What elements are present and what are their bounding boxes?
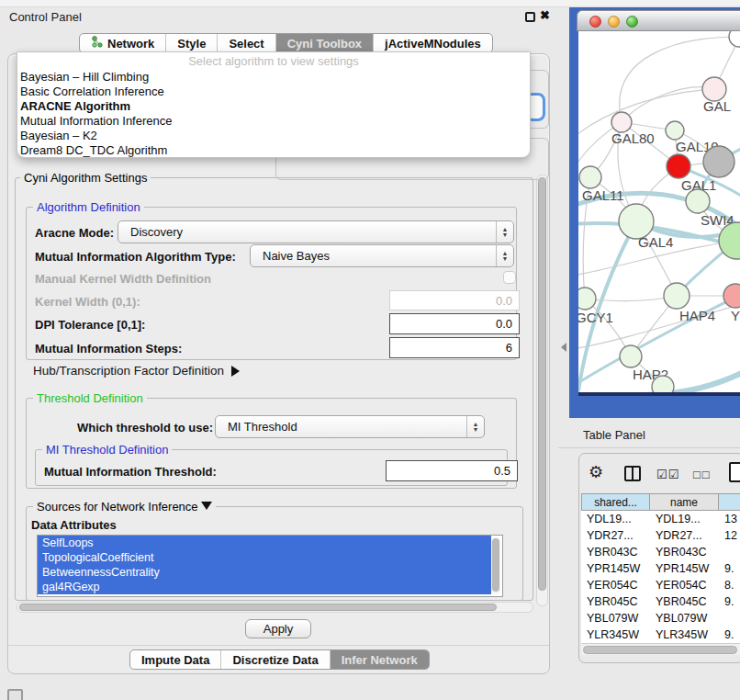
manual-kernel-checkbox[interactable] [503, 271, 516, 284]
table-cell: YER054C [581, 577, 650, 593]
minimized-panel-icon[interactable] [7, 689, 23, 700]
tab-infer-network[interactable]: Infer Network [330, 650, 429, 669]
network-node[interactable] [652, 376, 674, 392]
tab-jactivemnodules[interactable]: jActiveMNodules [373, 34, 492, 52]
table-row[interactable]: YBL079WYBL079W [581, 610, 740, 627]
table-settings-gear-icon[interactable]: ⚙ [589, 462, 603, 482]
table-cell: 12 [719, 527, 740, 544]
network-node[interactable] [729, 31, 740, 47]
table-cell: 9. [719, 560, 740, 577]
table-cell: 9. [719, 627, 740, 643]
dpi-tolerance-field[interactable]: 0.0 [389, 313, 520, 334]
network-node-hap2[interactable] [620, 345, 642, 367]
network-node-gcy1[interactable] [578, 288, 596, 310]
mi-type-select[interactable]: Naive Bayes ▲▼ [250, 244, 514, 267]
network-node-gal10[interactable] [666, 121, 684, 140]
table-row[interactable]: YER054CYER054C8. [581, 577, 740, 593]
dropdown-hint: Select algorithm to view settings [17, 53, 530, 70]
sources-group-title[interactable]: Sources for Network Inference [33, 500, 216, 514]
node-label: GAL4 [638, 234, 673, 250]
table-cell: YPR145W [581, 560, 650, 577]
node-label: Y [731, 308, 740, 323]
splitter-collapse-handle[interactable] [561, 343, 566, 352]
table-cell: YBL079W [650, 610, 719, 627]
close-panel-icon[interactable]: ✖ [540, 8, 550, 22]
float-panel-icon[interactable] [525, 12, 535, 22]
table-horizontal-scrollbar-thumb[interactable] [583, 646, 737, 654]
network-node-gal11[interactable] [579, 166, 601, 188]
network-node-swi4[interactable] [686, 189, 710, 213]
data-attribute-item[interactable]: BetweennessCentrality [38, 565, 491, 580]
network-node-hap4[interactable] [664, 283, 690, 309]
settings-vertical-scrollbar-thumb[interactable] [538, 177, 546, 591]
tab-discretize-data[interactable]: Discretize Data [220, 650, 329, 669]
data-attributes-list[interactable]: SelfLoopsTopologicalCoefficientBetweenne… [37, 535, 503, 597]
algorithm-option[interactable]: Bayesian – Hill Climbing [17, 70, 530, 85]
tab-discretize-data-label: Discretize Data [232, 653, 318, 667]
algorithm-option[interactable]: Mutual Information Inference [17, 114, 530, 129]
settings-horizontal-scrollbar-thumb[interactable] [19, 604, 497, 611]
cyni-settings-group-title: Cyni Algorithm Settings [20, 171, 151, 185]
aracne-mode-select[interactable]: Discovery ▲▼ [118, 220, 514, 243]
node-label: GCY1 [578, 310, 613, 325]
tab-network[interactable]: Network [80, 34, 165, 52]
tab-cyni-toolbox[interactable]: Cyni Toolbox [275, 34, 373, 52]
table-cell: YDR27... [581, 527, 650, 544]
close-window-icon[interactable] [589, 16, 601, 28]
table-cell [719, 610, 740, 627]
data-attribute-item[interactable]: SelfLoops [38, 536, 491, 550]
which-threshold-select[interactable]: MI Threshold ▲▼ [215, 415, 485, 438]
network-node-y[interactable] [723, 284, 740, 308]
settings-vertical-scrollbar[interactable] [536, 175, 548, 606]
table-cell: 9. [719, 593, 740, 610]
minimize-window-icon[interactable] [608, 16, 620, 28]
algorithm-option[interactable]: Basic Correlation Inference [17, 85, 530, 99]
attributes-list-scrollbar-thumb[interactable] [492, 538, 499, 592]
algorithm-option[interactable]: Bayesian – K2 [17, 129, 530, 143]
data-attribute-item[interactable]: gal4RGexp [38, 580, 491, 594]
algorithm-option[interactable]: ARACNE Algorithm [17, 99, 530, 114]
kernel-width-field[interactable]: 0.0 [389, 290, 520, 310]
table-row[interactable]: YDL19...YDL19...13 [581, 511, 740, 527]
column-header[interactable]: name [650, 493, 719, 511]
show-columns-icon[interactable] [624, 466, 641, 481]
column-header[interactable]: shared... [581, 493, 650, 511]
mi-type-label: Mutual Information Algorithm Type: [35, 250, 236, 264]
tab-impute-data[interactable]: Impute Data [130, 650, 220, 669]
table-row[interactable]: YBR045CYBR045C9. [581, 593, 740, 610]
aracne-mode-value: Discovery [130, 225, 183, 239]
table-row[interactable]: YLR345WYLR345W9. [581, 627, 740, 643]
data-attribute-item[interactable]: TopologicalCoefficient [38, 550, 491, 565]
table-body: YDL19...YDL19...13YDR27...YDR27...12YBR0… [581, 511, 740, 643]
zoom-window-icon[interactable] [626, 16, 638, 28]
tab-select[interactable]: Select [217, 34, 275, 52]
network-node[interactable] [703, 146, 734, 177]
select-all-columns-icon[interactable]: ☑☑ [656, 468, 679, 481]
network-node-gal80[interactable] [611, 112, 632, 132]
algorithm-option[interactable]: Dream8 DC_TDC Algorithm [17, 143, 530, 158]
network-view-window[interactable]: GALGAL80GAL10GAL1GAL11SWI4GAL4HAP4YGCY1H… [569, 7, 740, 418]
table-row[interactable]: YPR145WYPR145W9. [581, 560, 740, 577]
export-table-icon[interactable] [729, 462, 740, 482]
tab-style[interactable]: Style [165, 34, 217, 52]
aracne-mode-label: Aracne Mode: [35, 226, 114, 240]
table-horizontal-scrollbar[interactable] [581, 643, 740, 655]
settings-horizontal-scrollbar[interactable] [17, 602, 533, 613]
node-label: HAP4 [679, 308, 715, 323]
hub-definition-label: Hub/Transcription Factor Definition [33, 364, 224, 378]
table-row[interactable]: YBR043CYBR043C [581, 544, 740, 560]
network-canvas[interactable]: GALGAL80GAL10GAL1GAL11SWI4GAL4HAP4YGCY1H… [578, 31, 740, 392]
mi-steps-field[interactable]: 6 [389, 337, 520, 358]
mi-threshold-field[interactable]: 0.5 [386, 460, 518, 481]
which-threshold-label: Which threshold to use: [77, 421, 213, 435]
deselect-all-columns-icon[interactable]: □□ [693, 468, 712, 481]
combo-spinner-icon: ▲▼ [466, 416, 484, 437]
table-row[interactable]: YDR27...YDR27...12 [581, 527, 740, 544]
network-window-titlebar[interactable] [577, 10, 740, 31]
network-node-gal1[interactable] [667, 154, 690, 178]
table-panel-title: Table Panel [583, 428, 645, 442]
attributes-list-scrollbar[interactable] [491, 537, 500, 594]
hub-definition-toggle[interactable]: Hub/Transcription Factor Definition [33, 364, 240, 378]
apply-button[interactable]: Apply [245, 619, 311, 638]
column-header[interactable]: A [719, 493, 740, 511]
